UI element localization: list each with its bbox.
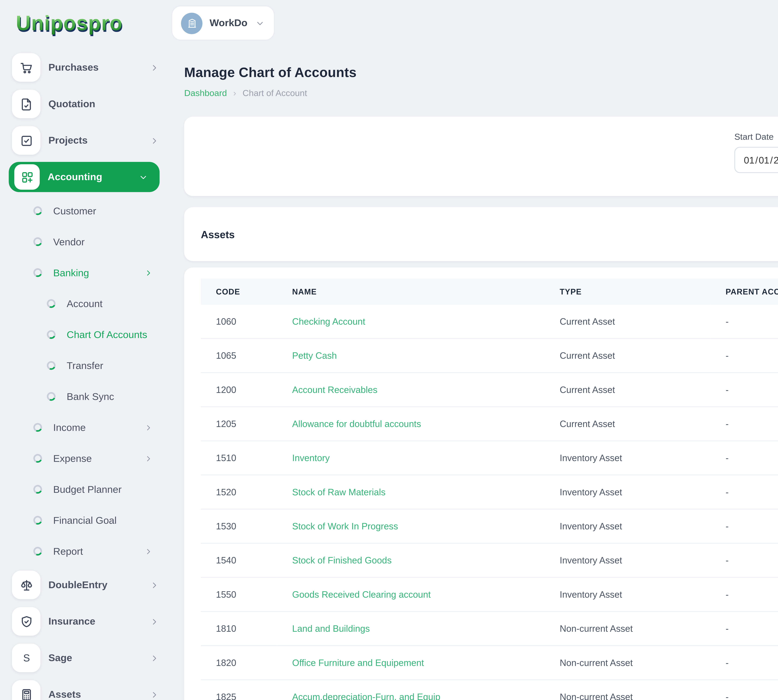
sidebar-item-label: Income [53, 422, 134, 433]
account-name-link[interactable]: Stock of Raw Materials [292, 487, 386, 497]
sidebar-item-purchases[interactable]: Purchases [9, 49, 171, 86]
account-name-link[interactable]: Stock of Finished Goods [292, 555, 392, 565]
breadcrumb-separator: › [233, 88, 236, 98]
sidebar-item-account[interactable]: Account [9, 288, 171, 319]
page-title: Manage Chart of Accounts [184, 65, 357, 81]
table-row: 1550Goods Received Clearing accountInven… [201, 577, 778, 612]
accounts-table: CODENAMETYPEPARENT ACCOUNT NAMEBALANCEST… [201, 278, 778, 700]
table-row: 1510InventoryInventory Asset--Enabled [201, 441, 778, 475]
sidebar-item-bank-sync[interactable]: Bank Sync [9, 381, 171, 412]
account-type: Non-current Asset [544, 612, 710, 645]
account-name-cell: Stock of Finished Goods [277, 543, 544, 577]
sidebar-item-label: Expense [53, 453, 134, 464]
sidebar-item-label: Report [53, 546, 134, 557]
cart-icon [12, 53, 41, 82]
column-header-parent-account-name: PARENT ACCOUNT NAME [710, 278, 778, 305]
start-date-input[interactable] [734, 147, 778, 173]
sidebar-item-assets[interactable]: Assets [9, 676, 171, 700]
column-header-name: NAME [277, 278, 544, 305]
account-code: 1060 [201, 305, 277, 338]
quotation-icon [12, 90, 41, 118]
parent-account-name: - [710, 646, 778, 680]
filter-card: Start Date End Date [184, 117, 778, 196]
bullet-icon [45, 298, 57, 309]
account-type: Non-current Asset [544, 646, 710, 680]
sidebar-item-expense[interactable]: Expense [9, 443, 171, 474]
sidebar-item-report[interactable]: Report [9, 536, 171, 567]
account-code: 1810 [201, 612, 277, 645]
account-name-link[interactable]: Petty Cash [292, 351, 337, 360]
parent-account-name: - [710, 612, 778, 645]
account-code: 1530 [201, 509, 277, 543]
bullet-icon [32, 545, 43, 557]
chevron-right-icon [144, 423, 153, 432]
workspace-switcher[interactable]: WorkDo [172, 6, 274, 40]
account-name-link[interactable]: Land and Buildings [292, 624, 370, 633]
account-name-link[interactable]: Checking Account [292, 317, 366, 326]
start-date-label: Start Date [734, 132, 778, 141]
sidebar-item-transfer[interactable]: Transfer [9, 350, 171, 381]
sidebar-item-budget-planner[interactable]: Budget Planner [9, 474, 171, 505]
account-code: 1065 [201, 338, 277, 373]
workspace-name: WorkDo [210, 17, 247, 28]
sidebar-item-vendor[interactable]: Vendor [9, 226, 171, 257]
bullet-icon [32, 205, 43, 217]
parent-account-name: - [710, 305, 778, 338]
sidebar-item-chart-of-accounts[interactable]: Chart Of Accounts [9, 319, 171, 350]
sidebar-item-doubleentry[interactable]: DoubleEntry [9, 567, 171, 603]
table-row: 1520Stock of Raw MaterialsInventory Asse… [201, 475, 778, 509]
sidebar-item-label: Insurance [48, 616, 143, 627]
table-row: 1820Office Furniture and EquipementNon-c… [201, 646, 778, 680]
account-code: 1205 [201, 407, 277, 441]
chevron-right-icon [149, 653, 160, 663]
section-title: Assets [201, 228, 235, 240]
column-header-code: CODE [201, 278, 277, 305]
sidebar-item-label: Sage [48, 652, 143, 663]
account-name-cell: Petty Cash [277, 338, 544, 373]
breadcrumb: Dashboard›Chart of Account [184, 88, 357, 98]
account-code: 1825 [201, 680, 277, 700]
sidebar-item-income[interactable]: Income [9, 412, 171, 443]
table-row: 1810Land and BuildingsNon-current Asset-… [201, 612, 778, 645]
chevron-right-icon [144, 453, 153, 463]
sidebar-item-sage[interactable]: SSage [9, 640, 171, 676]
parent-account-name: - [710, 338, 778, 373]
account-name-link[interactable]: Inventory [292, 453, 330, 463]
account-name-link[interactable]: Account Receivables [292, 385, 377, 394]
breadcrumb-item-dashboard[interactable]: Dashboard [184, 88, 227, 98]
sidebar-item-label: Quotation [48, 98, 166, 110]
bullet-icon [32, 267, 43, 278]
table-row: 1205Allowance for doubtful accountsCurre… [201, 407, 778, 441]
account-type: Inventory Asset [544, 441, 710, 475]
parent-account-name: - [710, 680, 778, 700]
account-name-link[interactable]: Allowance for doubtful accounts [292, 419, 421, 428]
accounting-icon [14, 164, 40, 190]
table-row: 1060Checking AccountCurrent Asset--Enabl… [201, 305, 778, 338]
sidebar-item-banking[interactable]: Banking [9, 257, 171, 288]
account-name-link[interactable]: Stock of Work In Progress [292, 522, 398, 531]
sidebar-item-quotation[interactable]: Quotation [9, 86, 171, 122]
account-name-cell: Stock of Work In Progress [277, 509, 544, 543]
chevron-right-icon [149, 135, 160, 146]
column-header-type: TYPE [544, 278, 710, 305]
parent-account-name: - [710, 407, 778, 441]
building-icon [181, 12, 202, 34]
sidebar-item-accounting[interactable]: Accounting [9, 162, 160, 192]
topbar: Unipospro WorkDo 0 Create Workspace Work… [0, 0, 778, 46]
account-name-link[interactable]: Goods Received Clearing account [292, 590, 431, 599]
sidebar-item-customer[interactable]: Customer [9, 195, 171, 226]
sidebar-item-projects[interactable]: Projects [9, 122, 171, 159]
table-row: 1065Petty CashCurrent Asset--Enabled [201, 338, 778, 373]
parent-account-name: - [710, 543, 778, 577]
main-content: Manage Chart of Accounts Dashboard›Chart… [171, 46, 778, 700]
bullet-icon [32, 453, 43, 464]
account-name-link[interactable]: Accum.depreciation-Furn. and Equip [292, 692, 440, 700]
app-window: Unipospro WorkDo 0 Create Workspace Work… [0, 0, 778, 700]
account-name-link[interactable]: Office Furniture and Equipement [292, 658, 424, 667]
parent-account-name: - [710, 441, 778, 475]
chevron-down-icon [138, 172, 149, 182]
bullet-icon [32, 236, 43, 247]
sidebar-item-insurance[interactable]: Insurance [9, 603, 171, 640]
chevron-right-icon [149, 689, 160, 700]
sidebar-item-financial-goal[interactable]: Financial Goal [9, 505, 171, 536]
